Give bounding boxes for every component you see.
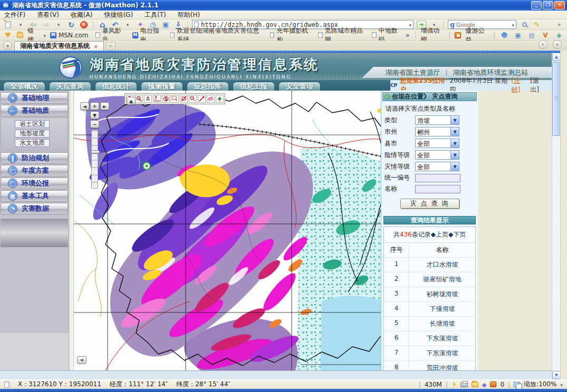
highlight-button[interactable] — [532, 20, 542, 29]
sidebar-item[interactable]: 年度方案 — [1, 165, 68, 177]
star-button[interactable]: ★ — [3, 41, 12, 50]
pan-left-button[interactable]: ◄ — [80, 102, 89, 110]
sidebar-map-splitter[interactable] — [69, 91, 74, 370]
page-scrollbar[interactable] — [552, 53, 560, 379]
result-row[interactable]: 5 长塘滑坡 — [384, 317, 475, 331]
menu-item[interactable]: 收藏(A) — [71, 11, 93, 19]
next-page-link[interactable]: ◆下页 — [448, 231, 466, 238]
nav-tab[interactable]: 信息上报 — [233, 82, 275, 91]
sidebar-sub-item[interactable]: 岩土区划 — [15, 120, 50, 128]
menu-item[interactable]: 查看(V) — [37, 11, 59, 19]
link-item[interactable]: M MSN.com — [50, 32, 88, 39]
zoom-level[interactable]: 缩放:100% — [524, 380, 556, 389]
map-collapse-arrow-button[interactable] — [77, 356, 87, 364]
zoom-window-icon[interactable] — [514, 382, 520, 387]
zoom-slider-thumb[interactable] — [91, 150, 100, 154]
zoom-minus-button[interactable]: − — [90, 120, 99, 128]
diamond-icon[interactable] — [482, 381, 486, 388]
new-tab-plus-button[interactable] — [106, 42, 116, 50]
pages-icon[interactable] — [527, 31, 536, 40]
restore-button[interactable]: ❐ — [543, 1, 553, 9]
sidebar-item[interactable]: 灾害数据 — [1, 203, 68, 214]
sidebar-item[interactable]: 基础地理 — [1, 92, 68, 104]
select-arrow-icon[interactable] — [450, 162, 459, 171]
favorites-heart-icon[interactable] — [3, 31, 13, 40]
prev-page-link[interactable]: ◆上页 — [431, 231, 448, 238]
lightning-icon[interactable] — [451, 381, 457, 388]
menu-item[interactable]: 工具(T) — [145, 11, 166, 19]
result-row[interactable]: 1 才口水滑坡 — [384, 258, 475, 272]
toolbar-collapse-button[interactable] — [554, 20, 564, 29]
field-select[interactable]: 全部 — [415, 150, 459, 160]
sidebar-item[interactable]: 基础地质 — [1, 105, 68, 116]
clear-select-icon[interactable] — [180, 95, 188, 103]
pan-stamp-icon[interactable] — [144, 95, 152, 103]
minimize-button[interactable]: _ — [531, 1, 542, 9]
links-dropdown[interactable] — [43, 32, 46, 39]
result-row[interactable]: 7 下东溪滑坡 — [384, 346, 475, 361]
tab-close-icon[interactable] — [94, 43, 98, 50]
messenger-icon[interactable] — [499, 31, 509, 40]
scroll-up-icon[interactable] — [552, 53, 561, 61]
window-icon[interactable] — [513, 31, 523, 40]
sidebar-sub-item[interactable]: 地形坡度 — [15, 130, 50, 138]
field-select[interactable]: 滑坡 — [415, 115, 459, 125]
zoom-plus-button[interactable]: ✛ — [90, 102, 99, 110]
nav-tab[interactable]: 信息统计 — [95, 82, 137, 91]
nav-tab[interactable]: 全省概况 — [3, 82, 45, 91]
identify-icon[interactable] — [189, 95, 197, 103]
field-input[interactable] — [415, 174, 460, 182]
nav-tab[interactable]: 预测预警 — [141, 82, 183, 91]
nav-tab[interactable]: 灾点查询 — [49, 82, 91, 91]
image-filter-icon[interactable] — [490, 381, 496, 387]
pan-right-button[interactable]: ► — [100, 102, 109, 110]
result-row[interactable]: 6 下东溪滑坡 — [384, 331, 475, 346]
select-arrow-icon[interactable] — [450, 151, 459, 159]
tab-close-all-button[interactable]: ✕ — [553, 40, 562, 49]
address-dropdown[interactable] — [409, 21, 411, 28]
scroll-down-icon[interactable] — [552, 371, 561, 379]
link-land-resources[interactable]: 湖南省国土资源厅 — [385, 68, 440, 77]
field-select[interactable]: 全部 — [415, 139, 459, 148]
search-button[interactable] — [520, 20, 529, 29]
search-engine-dropdown[interactable] — [512, 21, 514, 28]
folder-icon[interactable] — [472, 382, 478, 387]
new-tab-dropdown[interactable] — [16, 20, 25, 29]
menu-item[interactable]: 快捷组(G) — [104, 11, 133, 19]
scrollbar-thumb[interactable] — [552, 62, 561, 136]
sidebar-sub-item[interactable]: 水文地质 — [15, 139, 50, 147]
select-arrow-icon[interactable] — [450, 139, 459, 148]
v-paint-icon[interactable] — [541, 31, 550, 40]
field-input[interactable] — [415, 185, 460, 193]
select-arrow-icon[interactable] — [450, 128, 459, 136]
sidebar-item[interactable]: 基本工具 — [1, 190, 68, 202]
sidebar-item[interactable]: 防治规划 — [1, 152, 68, 164]
printer-icon[interactable] — [460, 382, 468, 387]
forward-button[interactable] — [41, 20, 51, 29]
field-select[interactable]: 全部 — [415, 162, 459, 171]
result-row[interactable]: 2 骆家恒矿滑地 — [384, 272, 475, 287]
link-geo-monitor-station[interactable]: 湖南省地质环境监测总站 — [453, 68, 528, 77]
eraser-icon[interactable] — [207, 95, 215, 103]
result-row[interactable]: 4 下僮滑坡 — [384, 302, 475, 317]
pan-up-button[interactable]: ▲ — [127, 97, 136, 105]
close-button[interactable]: ✕ — [554, 1, 565, 9]
draw-line-icon[interactable] — [198, 95, 206, 103]
select-rect-icon[interactable] — [171, 95, 179, 103]
result-row[interactable]: 3 衫树垅滑坡 — [384, 287, 475, 302]
links-overflow[interactable]: » — [406, 32, 410, 39]
menu-item[interactable]: 帮助(H) — [178, 11, 200, 19]
gift-icon[interactable] — [554, 31, 564, 40]
new-tab-button[interactable] — [3, 20, 13, 29]
full-extent-icon[interactable]: S — [162, 95, 170, 103]
tab-tools-button[interactable]: ✎ — [539, 40, 547, 49]
pan-down-button[interactable]: ▼ — [90, 111, 99, 119]
zoom-slider[interactable] — [91, 130, 98, 189]
legend-tree-icon[interactable] — [216, 95, 224, 103]
nav-tab[interactable]: 安全管理 — [278, 82, 321, 91]
select-arrow-icon[interactable] — [450, 116, 459, 124]
query-button[interactable]: 灾 点 查 询 — [400, 199, 459, 209]
active-tab[interactable]: 湖南省地质灾害信息系统 — [14, 41, 104, 51]
field-select[interactable]: 郴州 — [415, 127, 459, 136]
sidebar-item[interactable]: 环境公报 — [1, 178, 68, 189]
